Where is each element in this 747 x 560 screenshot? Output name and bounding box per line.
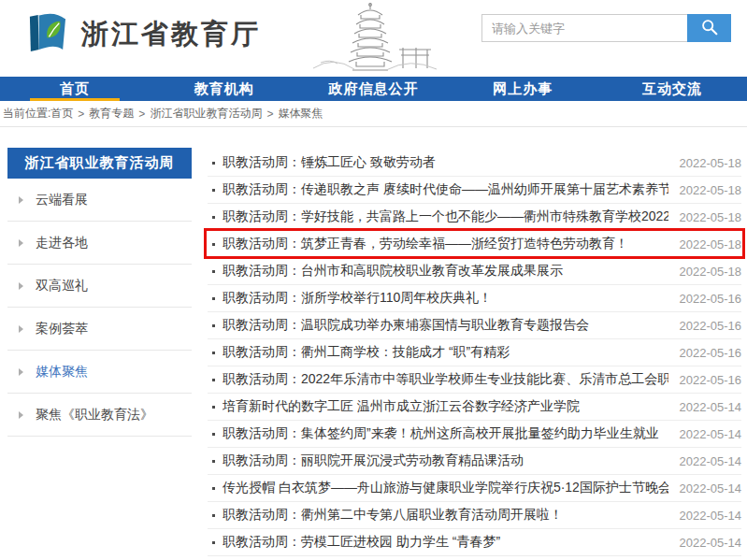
book-leaf-logo-icon — [25, 10, 69, 58]
news-date: 2022-05-14 — [680, 509, 742, 523]
news-date: 2022-05-16 — [680, 346, 742, 360]
news-row: 职教活动周：劳模工匠进校园 助力学生 “青春梦” 2022-05-14 — [208, 529, 741, 556]
news-title-link[interactable]: 培育新时代的数字工匠 温州市成立浙江云谷数字经济产业学院 — [223, 398, 668, 415]
news-title-link[interactable]: 职教活动周：学好技能，共富路上一个也不能少——衢州市特殊教育学校2022年职业教… — [223, 208, 668, 225]
sidebar-item-label: 聚焦《职业教育法》 — [36, 407, 153, 424]
search-icon — [700, 18, 719, 39]
news-row: 职教活动周：集体签约周”来袭！杭州这所高校开展批量签约助力毕业生就业 2022-… — [208, 421, 741, 448]
bullet-icon — [212, 379, 215, 381]
news-date: 2022-05-18 — [680, 210, 742, 224]
news-date: 2022-05-16 — [680, 292, 742, 306]
search-input[interactable] — [481, 14, 687, 42]
sidebar-title: 浙江省职业教育活动周 — [7, 148, 192, 179]
news-date: 2022-05-14 — [680, 536, 742, 550]
bullet-icon — [212, 297, 215, 300]
sidebar-item-label: 媒体聚焦 — [36, 364, 88, 381]
news-date: 2022-05-14 — [680, 454, 742, 468]
news-date: 2022-05-18 — [680, 156, 742, 170]
news-date: 2022-05-18 — [680, 237, 742, 251]
bullet-icon — [212, 514, 215, 517]
sidebar-item-visit-regions[interactable]: 走进各地 — [7, 222, 192, 265]
breadcrumb-vocational-week[interactable]: 浙江省职业教育活动周 — [150, 106, 262, 122]
bullet-icon — [212, 243, 215, 246]
news-date: 2022-05-16 — [680, 319, 742, 333]
caret-right-icon — [19, 368, 23, 376]
bullet-icon — [212, 270, 215, 273]
tab-online-services[interactable]: 网上办事 — [448, 77, 597, 101]
news-row: 职教活动周：学好技能，共富路上一个也不能少——衢州市特殊教育学校2022年职业教… — [208, 204, 741, 231]
news-title-link[interactable]: 职教活动周：劳模工匠进校园 助力学生 “青春梦” — [223, 534, 668, 551]
breadcrumb-separator: > — [138, 108, 145, 121]
news-title-link[interactable]: 职教活动周：台州市和高职院校职业教育改革发展成果展示 — [223, 263, 668, 280]
bullet-icon — [212, 541, 215, 544]
news-title-link[interactable]: 职教活动周：筑梦正青春，劳动绘幸福——浙经贸打造特色劳动教育！ — [223, 236, 668, 252]
sidebar-item-label: 双高巡礼 — [36, 278, 88, 294]
caret-right-icon — [19, 239, 23, 247]
news-title-link[interactable]: 职教活动周：集体签约周”来袭！杭州这所高校开展批量签约助力毕业生就业 — [223, 425, 668, 442]
site-title: 浙江省教育厅 — [81, 16, 261, 53]
breadcrumb-separator: > — [266, 108, 273, 121]
caret-right-icon — [19, 411, 23, 419]
news-row: 职教活动周：2022年乐清市中等职业学校师生专业技能比赛、乐清市总工会职业技术学… — [208, 366, 741, 394]
bullet-icon — [212, 324, 215, 327]
breadcrumb: 当前位置: 首页 > 教育专题 > 浙江省职业教育活动周 > 媒体聚焦 — [0, 101, 747, 127]
breadcrumb-media-focus[interactable]: 媒体聚焦 — [278, 106, 323, 122]
news-row: 职教活动周：锤炼工匠心 致敬劳动者 2022-05-18 — [208, 150, 741, 177]
news-title-link[interactable]: 职教活动周：衢州第二中专第八届职业教育活动周开展啦！ — [223, 507, 668, 524]
news-list: 职教活动周：锤炼工匠心 致敬劳动者 2022-05-18 职教活动周：传递职教之… — [208, 150, 741, 556]
tab-education-orgs[interactable]: 教育机构 — [150, 77, 299, 101]
breadcrumb-education-topics[interactable]: 教育专题 — [89, 106, 134, 122]
sidebar-item-shuanggao-tour[interactable]: 双高巡礼 — [7, 265, 192, 308]
news-title-link[interactable]: 职教活动周：2022年乐清市中等职业学校师生专业技能比赛、乐清市总工会职业技术学… — [223, 371, 668, 388]
site-logo[interactable]: 浙江省教育厅 — [25, 10, 261, 58]
page-header: 浙江省教育厅 — [0, 0, 747, 77]
bullet-icon — [212, 352, 215, 354]
news-title-link[interactable]: 职教活动周：温职院成功举办柬埔寨国情与职业教育专题报告会 — [223, 317, 668, 334]
sidebar-item-label: 走进各地 — [36, 235, 88, 251]
main-nav: 首页 教育机构 政府信息公开 网上办事 互动交流 — [0, 77, 747, 101]
news-row: 职教活动周：台州市和高职院校职业教育改革发展成果展示 2022-05-18 — [208, 258, 741, 285]
news-row: 职教活动周：衢州工商学校：技能成才 “职”有精彩 2022-05-16 — [208, 339, 741, 366]
bullet-icon — [212, 406, 215, 409]
sidebar-item-case-collection[interactable]: 案例荟萃 — [7, 308, 192, 351]
news-row: 职教活动周：温职院成功举办柬埔寨国情与职业教育专题报告会 2022-05-16 — [208, 312, 741, 339]
search-button[interactable] — [687, 14, 731, 42]
caret-right-icon — [19, 325, 23, 333]
news-title-link[interactable]: 传光授帽 白衣筑梦——舟山旅游与健康职业学院举行庆祝5·12国际护士节晚会 — [223, 480, 668, 496]
search-bar — [481, 14, 731, 42]
tab-gov-info-disclosure[interactable]: 政府信息公开 — [299, 77, 449, 101]
news-date: 2022-05-16 — [680, 373, 742, 387]
news-row: 传光授帽 白衣筑梦——舟山旅游与健康职业学院举行庆祝5·12国际护士节晚会 20… — [208, 475, 741, 502]
bullet-icon — [212, 460, 215, 463]
news-row: 职教活动周：浙所学校举行110周年校庆典礼！ 2022-05-16 — [208, 285, 741, 312]
bullet-icon — [212, 189, 215, 192]
news-title-link[interactable]: 职教活动周：传递职教之声 赓续时代使命——温州幼师开展第十届艺术素养节比赛暨职业… — [223, 181, 668, 198]
bullet-icon — [212, 162, 215, 165]
tab-home[interactable]: 首页 — [0, 77, 150, 101]
news-row: 职教活动周：丽职院开展沉浸式劳动教育精品课活动 2022-05-14 — [208, 448, 741, 475]
news-row: 职教活动周：衢州第二中专第八届职业教育活动周开展啦！ 2022-05-14 — [208, 502, 741, 529]
bullet-icon — [212, 216, 215, 219]
breadcrumb-home[interactable]: 首页 — [50, 106, 73, 122]
bullet-icon — [212, 487, 215, 490]
news-date: 2022-05-18 — [680, 183, 742, 197]
sidebar: 浙江省职业教育活动周 云端看展 走进各地 双高巡礼 案例荟萃 媒体聚焦 聚焦《职… — [7, 148, 192, 437]
news-row-highlighted: 职教活动周：筑梦正青春，劳动绘幸福——浙经贸打造特色劳动教育！ 2022-05-… — [208, 231, 741, 258]
news-title-link[interactable]: 职教活动周：锤炼工匠心 致敬劳动者 — [223, 154, 668, 171]
bullet-icon — [212, 433, 215, 436]
news-title-link[interactable]: 职教活动周：衢州工商学校：技能成才 “职”有精彩 — [223, 344, 668, 361]
sidebar-item-media-focus[interactable]: 媒体聚焦 — [7, 351, 192, 394]
news-title-link[interactable]: 职教活动周：浙所学校举行110周年校庆典礼！ — [223, 290, 668, 307]
sidebar-item-label: 案例荟萃 — [36, 321, 88, 337]
news-title-link[interactable]: 职教活动周：丽职院开展沉浸式劳动教育精品课活动 — [223, 452, 668, 469]
pagoda-sketch — [311, 1, 442, 79]
news-date: 2022-05-18 — [680, 265, 742, 279]
caret-right-icon — [19, 282, 23, 290]
news-date: 2022-05-14 — [680, 427, 742, 441]
sidebar-item-vocational-education-law[interactable]: 聚焦《职业教育法》 — [7, 394, 192, 437]
sidebar-item-cloud-expo[interactable]: 云端看展 — [7, 179, 192, 222]
news-date: 2022-05-14 — [680, 481, 742, 495]
tab-interaction[interactable]: 互动交流 — [597, 77, 747, 101]
news-row: 职教活动周：传递职教之声 赓续时代使命——温州幼师开展第十届艺术素养节比赛暨职业… — [208, 177, 741, 204]
breadcrumb-prefix: 当前位置: — [3, 106, 50, 122]
